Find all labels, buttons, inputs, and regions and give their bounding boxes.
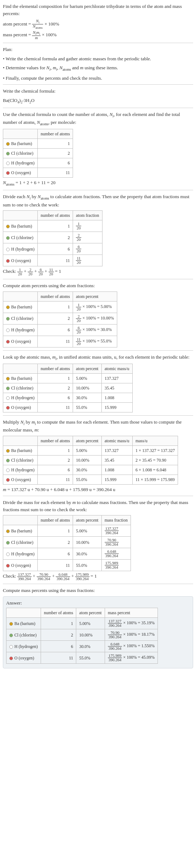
divider: [3, 496, 193, 496]
col-header: atomic mass/u: [101, 364, 132, 373]
count-table: number of atoms Ba (barium)1 Cl (chlorin…: [3, 129, 73, 178]
col-header: atom percent: [73, 291, 117, 301]
table-row: Ba (barium)15.00%137.327390.264 × 100% =…: [6, 618, 158, 629]
formula-heading: Write the chemical formula:: [3, 88, 193, 95]
divider: [3, 108, 193, 108]
barium-swatch-icon: [6, 377, 10, 381]
oxygen-swatch-icon: [6, 340, 10, 344]
table-row: H (hydrogen)630.0%1.0086 × 1.008 = 6.048: [3, 465, 178, 475]
hydrogen-swatch-icon: [9, 645, 13, 649]
chlorine-swatch-icon: [6, 152, 10, 155]
barium-swatch-icon: [9, 622, 13, 626]
mass-percent-table: number of atomsatom percentmass percent …: [6, 608, 158, 664]
intro-title: Find the elemental composition for bariu…: [3, 4, 182, 16]
col-header: mass percent: [105, 608, 158, 618]
barium-swatch-icon: [6, 529, 10, 533]
final-intro: Compute mass percents using the mass fra…: [3, 587, 193, 594]
molmass-sum: m = 137.327 u + 70.90 u + 6.048 u + 175.…: [3, 486, 193, 493]
intro-text: Find the elemental composition for bariu…: [3, 3, 193, 17]
col-header: number of atoms: [37, 291, 73, 301]
divider: [3, 84, 193, 85]
oxygen-swatch-icon: [6, 564, 10, 568]
col-header: number of atoms: [41, 608, 76, 618]
divider: [3, 350, 193, 351]
barium-swatch-icon: [6, 225, 10, 228]
col-header: atom fraction: [73, 211, 102, 220]
plan-heading: Plan:: [3, 46, 193, 53]
table-row: O (oxygen)1155.0%175.989390.264 × 100% =…: [6, 652, 158, 664]
table-row: H (hydrogen)6620: [3, 243, 102, 255]
fraction: Nimi m: [32, 31, 41, 40]
oxygen-swatch-icon: [6, 478, 10, 482]
table-row: H (hydrogen)630.0%6.048390.264: [3, 548, 131, 560]
table-row: H (hydrogen)630.0%6.048390.264 × 100% = …: [6, 641, 158, 652]
plan-step: • Finally, compute the percents and chec…: [3, 75, 193, 82]
atom-pct-intro: Compute atom percents using the atom fra…: [3, 282, 193, 289]
massfrac-check: Check: 137.327390.264 + 70.90390.264 + 6…: [3, 573, 193, 581]
table-row: O (oxygen)1155.0%15.999: [3, 402, 133, 412]
answer-label: Answer:: [6, 599, 190, 607]
table-row: Ba (barium)15.00%137.3271 × 137.327 = 13…: [3, 445, 178, 455]
frac-intro: Divide each Ni by Natoms to calculate at…: [3, 193, 193, 208]
barium-swatch-icon: [6, 305, 10, 309]
col-header: atomic mass/u: [101, 436, 132, 445]
table-row: H (hydrogen)6: [3, 158, 73, 168]
barium-swatch-icon: [6, 142, 10, 146]
answer-box: Answer: number of atomsatom percentmass …: [3, 596, 193, 669]
table-row: O (oxygen)1155.0%175.989390.264: [3, 560, 131, 571]
table-row: Ba (barium)1: [3, 139, 73, 149]
chlorine-swatch-icon: [6, 541, 10, 545]
chemical-formula: Ba(ClO4)2·3H2O: [3, 97, 193, 105]
table-row: H (hydrogen)630.0%1.008: [3, 393, 133, 402]
hydrogen-swatch-icon: [6, 552, 10, 556]
col-header: atom percent: [73, 364, 101, 373]
hydrogen-swatch-icon: [6, 468, 10, 472]
col-header: number of atoms: [37, 436, 73, 445]
table-row: Cl (chlorine)210.00%35.452 × 35.45 = 70.…: [3, 455, 178, 465]
chlorine-swatch-icon: [6, 387, 10, 390]
atom-percent-table: number of atomsatom percent Ba (barium)1…: [3, 291, 117, 347]
table-row: Ba (barium)1120: [3, 220, 102, 232]
col-header: atom percent: [73, 515, 101, 525]
hydrogen-swatch-icon: [6, 248, 10, 251]
col-header: mass/u: [132, 436, 178, 445]
col-header: number of atoms: [37, 211, 73, 220]
col-header: atom percent: [76, 608, 105, 618]
table-row: H (hydrogen)6620 × 100% = 30.0%: [3, 324, 117, 336]
chlorine-swatch-icon: [9, 634, 13, 637]
oxygen-swatch-icon: [6, 406, 10, 410]
divider: [3, 584, 193, 584]
col-header: atom percent: [73, 436, 101, 445]
count-intro: Use the chemical formula to count the nu…: [3, 111, 193, 127]
divider: [3, 43, 193, 43]
oxygen-swatch-icon: [9, 657, 13, 660]
table-row: Cl (chlorine)2: [3, 149, 73, 158]
mass-intro: Look up the atomic mass, mi, in unified …: [3, 354, 193, 361]
table-row: O (oxygen)111120 × 100% = 55.0%: [3, 336, 117, 347]
col-header: number of atoms: [37, 364, 73, 373]
table-row: Ba (barium)1120 × 100% = 5.00%: [3, 301, 117, 313]
molmass-intro: Multiply Ni by mi to compute the mass fo…: [3, 419, 193, 434]
col-header: number of atoms: [37, 129, 73, 139]
hydrogen-swatch-icon: [6, 396, 10, 400]
col-header: number of atoms: [37, 515, 73, 525]
barium-swatch-icon: [6, 449, 10, 453]
oxygen-swatch-icon: [6, 259, 10, 263]
massfrac-intro: Divide the mass for each element by m to…: [3, 499, 193, 513]
table-row: Cl (chlorine)210.00%35.45: [3, 383, 133, 393]
table-row: Cl (chlorine)2220 × 100% = 10.00%: [3, 313, 117, 324]
table-row: O (oxygen)11: [3, 168, 73, 178]
atom-fraction-table: number of atomsatom fraction Ba (barium)…: [3, 210, 102, 266]
table-row: Ba (barium)15.00%137.327: [3, 373, 133, 383]
table-row: Cl (chlorine)2220: [3, 232, 102, 243]
table-row: Cl (chlorine)210.00%70.90390.264 × 100% …: [6, 629, 158, 641]
plan-step: • Determine values for Ni, mi, Natoms an…: [3, 64, 193, 72]
table-row: Ba (barium)15.00%137.327390.264: [3, 525, 131, 537]
atomic-mass-table: number of atomsatom percentatomic mass/u…: [3, 364, 133, 412]
natoms-sum: Natoms = 1 + 2 + 6 + 11 = 20: [3, 179, 193, 187]
oxygen-swatch-icon: [6, 171, 10, 175]
divider: [3, 190, 193, 190]
plan-step: • Write the chemical formula and gather …: [3, 55, 193, 62]
chlorine-swatch-icon: [6, 459, 10, 462]
table-row: O (oxygen)111120: [3, 255, 102, 266]
